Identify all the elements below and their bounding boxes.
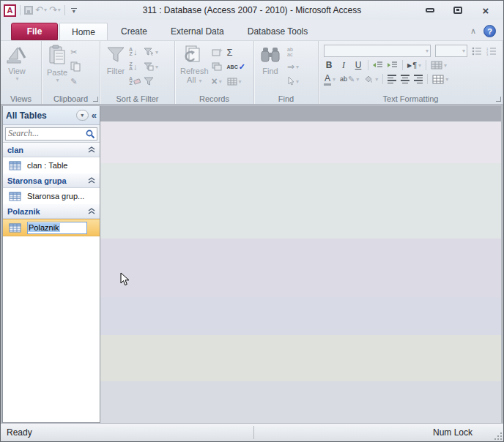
selection-button[interactable]: ▾ <box>144 46 158 58</box>
ribbon-group-records: Refresh All ▾ × ▾ <box>175 41 254 104</box>
alternate-row-color-button[interactable]: ▾ <box>432 73 448 85</box>
undo-button[interactable]: ↶▾ <box>35 5 47 15</box>
chevron-down-icon[interactable]: ▾ <box>44 5 47 15</box>
chevron-up-double-icon[interactable] <box>88 146 95 153</box>
save-icon <box>24 6 33 15</box>
sort-descending-button[interactable]: ZA ↓ <box>129 61 141 72</box>
gridlines-button[interactable]: ▾ <box>431 59 447 71</box>
format-painter-button[interactable]: ✎ <box>70 75 81 87</box>
chevron-down-icon: ▾ <box>239 78 242 85</box>
access-app-icon[interactable]: A <box>4 4 16 17</box>
totals-button[interactable]: Σ <box>227 46 245 58</box>
cut-button[interactable]: ✂ <box>70 46 81 58</box>
bullets-button[interactable] <box>472 45 482 57</box>
align-center-button[interactable] <box>401 73 410 85</box>
status-bar: Ready Num Lock <box>1 423 503 441</box>
bold-button[interactable]: B <box>324 60 334 70</box>
delete-record-button[interactable]: × ▾ <box>212 75 223 87</box>
numbering-button[interactable]: 123 <box>486 45 497 57</box>
align-left-button[interactable] <box>388 73 396 85</box>
numbering-icon: 123 <box>486 47 497 56</box>
text-direction-button[interactable]: ▶ ¶ ▾ <box>407 59 421 71</box>
search-icon[interactable] <box>85 129 95 139</box>
tab-create[interactable]: Create <box>109 23 159 40</box>
totals-icon: Σ <box>227 47 233 58</box>
goto-button[interactable]: ⇒ ▾ <box>287 61 299 72</box>
background-color-button[interactable]: ▾ <box>363 73 378 85</box>
rename-edit-field[interactable]: Polaznik <box>27 222 87 234</box>
font-color-button[interactable]: A ▾ <box>324 73 336 85</box>
navigation-pane-header[interactable]: All Tables ▾ « <box>3 106 100 125</box>
align-left-icon <box>388 75 396 83</box>
nav-item-label: clan : Table <box>27 161 67 170</box>
chevron-down-icon: ▾ <box>462 48 465 54</box>
records-buttons-column2: Σ ABC ✓ ▾ <box>227 43 245 87</box>
mouse-cursor <box>120 272 130 289</box>
restore-button[interactable] <box>451 5 465 15</box>
tab-database-tools[interactable]: Database Tools <box>236 23 320 40</box>
more-records-button[interactable]: ▾ <box>227 75 245 87</box>
nav-group-header-clan[interactable]: clan <box>3 143 100 157</box>
search-box[interactable] <box>5 127 97 141</box>
close-button[interactable]: × <box>478 5 493 15</box>
pen-icon: ✎ <box>348 75 355 84</box>
increase-indent-button[interactable] <box>388 59 398 71</box>
shutter-bar-close-button[interactable]: « <box>92 110 97 121</box>
view-button[interactable]: View ▾ <box>3 43 31 83</box>
underline-button[interactable]: U <box>353 60 363 70</box>
toggle-filter-button[interactable] <box>144 75 158 87</box>
highlight-color-button[interactable]: ab ✎ ▾ <box>340 73 359 85</box>
replace-button[interactable]: abac <box>287 46 299 58</box>
new-record-button[interactable] <box>212 46 223 58</box>
chevron-down-icon: ▾ <box>81 112 84 119</box>
nav-group-header-staronsa-grupa[interactable]: Staronsa grupa <box>3 173 100 188</box>
remove-sort-button[interactable]: AZ <box>129 75 141 87</box>
refresh-all-button[interactable]: Refresh All ▾ <box>177 43 212 87</box>
minimize-ribbon-icon[interactable]: ∧ <box>470 26 476 36</box>
divider <box>368 60 368 70</box>
save-record-button[interactable] <box>212 61 223 72</box>
selection-icon <box>144 48 154 56</box>
paste-button[interactable]: Paste ▾ <box>44 43 70 85</box>
chevron-up-double-icon[interactable] <box>88 208 95 214</box>
font-family-combo[interactable]: ▾ <box>324 45 431 57</box>
spelling-button[interactable]: ABC ✓ <box>227 61 245 72</box>
italic-button[interactable]: I <box>338 60 349 71</box>
save-button[interactable] <box>24 6 33 15</box>
font-size-combo[interactable]: ▾ <box>435 45 467 57</box>
sort-ascending-button[interactable]: AZ ↓ <box>129 46 141 58</box>
find-button[interactable]: Find <box>256 43 284 77</box>
resize-grip[interactable] <box>493 431 502 440</box>
decrease-indent-button[interactable] <box>373 59 383 71</box>
tab-external-data[interactable]: External Data <box>159 23 236 40</box>
advanced-filter-button[interactable]: ▾ <box>144 61 158 72</box>
customize-qat-button[interactable]: ▾ <box>69 7 79 15</box>
nav-item-staronsa-grupa[interactable]: Staronsa grup... <box>3 188 100 204</box>
select-button[interactable]: ▾ <box>287 75 299 87</box>
search-input[interactable] <box>6 129 85 139</box>
chevron-up-double-icon[interactable] <box>88 177 95 184</box>
text-formatting-dialog-launcher[interactable] <box>496 97 501 102</box>
nav-pane-menu-button[interactable]: ▾ <box>76 110 89 121</box>
nav-item-polaznik-selected[interactable]: Polaznik <box>3 219 100 236</box>
tab-home[interactable]: Home <box>59 23 108 40</box>
content-area: All Tables ▾ « clan <box>1 105 503 423</box>
chevron-down-icon: ▾ <box>418 62 421 69</box>
nav-group-header-polaznik[interactable]: Polaznik <box>3 204 100 219</box>
filter-button[interactable]: Filter <box>103 43 129 77</box>
ribbon: View ▾ Views Paste ▾ ✂ <box>1 40 503 105</box>
copy-button[interactable] <box>70 61 81 72</box>
view-button-label: View <box>8 67 26 75</box>
redo-button[interactable]: ↷▾ <box>49 5 61 15</box>
refresh-all-label: Refresh <box>180 67 209 75</box>
nav-item-clan-table[interactable]: clan : Table <box>3 157 100 173</box>
align-right-button[interactable] <box>414 73 423 85</box>
tab-file[interactable]: File <box>11 23 58 40</box>
help-button[interactable]: ? <box>483 25 496 37</box>
minimize-button[interactable] <box>423 5 437 15</box>
chevron-down-icon: ▾ <box>375 76 378 83</box>
table-icon <box>9 223 21 233</box>
clipboard-dialog-launcher[interactable] <box>93 97 98 102</box>
ribbon-group-sort-filter: Filter AZ ↓ ZA ↓ AZ <box>100 41 175 104</box>
chevron-down-icon[interactable]: ▾ <box>58 5 61 15</box>
